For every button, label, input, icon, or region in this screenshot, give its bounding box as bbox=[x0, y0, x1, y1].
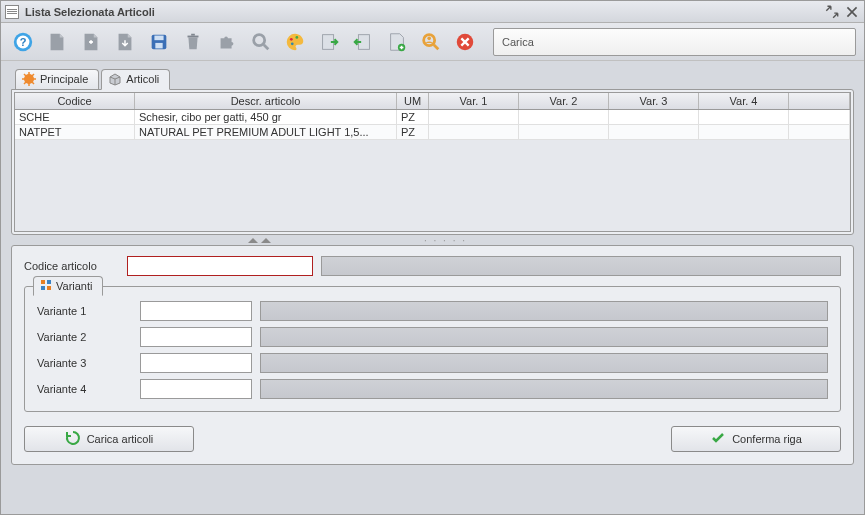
svg-point-16 bbox=[427, 36, 431, 40]
cell-descr: Schesir, cibo per gatti, 450 gr bbox=[135, 110, 397, 124]
titlebar: Lista Selezionata Articoli bbox=[1, 1, 864, 23]
variante4-label: Variante 4 bbox=[37, 383, 132, 395]
variante3-input[interactable] bbox=[140, 353, 252, 373]
toolbar: ? Carica bbox=[1, 23, 864, 61]
variante1-display bbox=[260, 301, 828, 321]
svg-rect-21 bbox=[41, 286, 45, 290]
conferma-riga-label: Conferma riga bbox=[732, 433, 802, 445]
refresh-icon bbox=[65, 430, 81, 448]
variante2-display bbox=[260, 327, 828, 347]
cell-var4 bbox=[699, 110, 789, 124]
variante3-label: Variante 3 bbox=[37, 357, 132, 369]
conferma-riga-button[interactable]: Conferma riga bbox=[671, 426, 841, 452]
svg-rect-7 bbox=[191, 33, 195, 35]
col-var2[interactable]: Var. 2 bbox=[519, 93, 609, 109]
help-icon[interactable]: ? bbox=[9, 28, 37, 56]
articoli-panel: Codice Descr. articolo UM Var. 1 Var. 2 … bbox=[11, 89, 854, 235]
tab-varianti[interactable]: Varianti bbox=[33, 276, 103, 296]
variante3-display bbox=[260, 353, 828, 373]
svg-rect-6 bbox=[188, 35, 199, 37]
carica-articoli-button[interactable]: Carica articoli bbox=[24, 426, 194, 452]
varianti-icon bbox=[40, 279, 52, 293]
carica-articoli-label: Carica articoli bbox=[87, 433, 154, 445]
tab-bar: Principale Articoli bbox=[11, 69, 854, 89]
cell-var1 bbox=[429, 125, 519, 139]
svg-point-10 bbox=[291, 42, 294, 45]
col-var3[interactable]: Var. 3 bbox=[609, 93, 699, 109]
detail-panel: Codice articolo Varianti Variante 1 Vari… bbox=[11, 245, 854, 465]
cell-var4 bbox=[699, 125, 789, 139]
cell-codice: SCHE bbox=[15, 110, 135, 124]
variante4-display bbox=[260, 379, 828, 399]
col-var1[interactable]: Var. 1 bbox=[429, 93, 519, 109]
col-filler bbox=[789, 93, 850, 109]
table-row[interactable]: SCHE Schesir, cibo per gatti, 450 gr PZ bbox=[15, 110, 850, 125]
app-icon bbox=[5, 5, 19, 19]
variante4-input[interactable] bbox=[140, 379, 252, 399]
tab-articoli-label: Articoli bbox=[126, 73, 159, 85]
col-descr[interactable]: Descr. articolo bbox=[135, 93, 397, 109]
svg-point-8 bbox=[254, 34, 265, 45]
splitter[interactable]: · · · · · bbox=[11, 235, 854, 245]
svg-point-15 bbox=[424, 34, 435, 45]
variante2-label: Variante 2 bbox=[37, 331, 132, 343]
svg-rect-19 bbox=[41, 280, 45, 284]
cell-var2 bbox=[519, 125, 609, 139]
variante2-input[interactable] bbox=[140, 327, 252, 347]
varianti-tab-label: Varianti bbox=[56, 280, 92, 292]
col-um[interactable]: UM bbox=[397, 93, 429, 109]
close-icon[interactable] bbox=[844, 5, 860, 19]
varianti-panel: Varianti Variante 1 Variante 2 Variante … bbox=[24, 286, 841, 412]
variante1-input[interactable] bbox=[140, 301, 252, 321]
carica-field[interactable]: Carica bbox=[493, 28, 856, 56]
cell-codice: NATPET bbox=[15, 125, 135, 139]
tab-principale[interactable]: Principale bbox=[15, 69, 99, 89]
cell-filler bbox=[789, 110, 850, 124]
palette-icon[interactable] bbox=[281, 28, 309, 56]
table-row[interactable]: NATPET NATURAL PET PREMIUM ADULT LIGHT 1… bbox=[15, 125, 850, 140]
grid-header: Codice Descr. articolo UM Var. 1 Var. 2 … bbox=[15, 93, 850, 110]
codice-articolo-input[interactable] bbox=[127, 256, 313, 276]
col-var4[interactable]: Var. 4 bbox=[699, 93, 789, 109]
new-doc-plus-icon[interactable] bbox=[77, 28, 105, 56]
svg-point-9 bbox=[290, 37, 293, 40]
cell-var3 bbox=[609, 125, 699, 139]
codice-articolo-label: Codice articolo bbox=[24, 260, 119, 272]
window-title: Lista Selezionata Articoli bbox=[25, 6, 824, 18]
principale-icon bbox=[22, 72, 36, 86]
new-doc-icon[interactable] bbox=[43, 28, 71, 56]
doc-add-icon[interactable] bbox=[383, 28, 411, 56]
svg-rect-5 bbox=[155, 42, 162, 47]
save-icon[interactable] bbox=[145, 28, 173, 56]
variante1-label: Variante 1 bbox=[37, 305, 132, 317]
delete-icon[interactable] bbox=[179, 28, 207, 56]
svg-rect-22 bbox=[47, 286, 51, 290]
export-icon[interactable] bbox=[349, 28, 377, 56]
grid-body[interactable]: SCHE Schesir, cibo per gatti, 450 gr PZ … bbox=[15, 110, 850, 231]
check-icon bbox=[710, 430, 726, 448]
cell-var2 bbox=[519, 110, 609, 124]
cell-filler bbox=[789, 125, 850, 139]
articoli-icon bbox=[108, 72, 122, 86]
tab-principale-label: Principale bbox=[40, 73, 88, 85]
find-user-icon[interactable] bbox=[417, 28, 445, 56]
cell-um: PZ bbox=[397, 125, 429, 139]
app-window: Lista Selezionata Articoli ? Carica bbox=[0, 0, 865, 515]
import-icon[interactable] bbox=[315, 28, 343, 56]
puzzle-icon[interactable] bbox=[213, 28, 241, 56]
svg-point-11 bbox=[295, 36, 298, 39]
articoli-grid: Codice Descr. articolo UM Var. 1 Var. 2 … bbox=[14, 92, 851, 232]
cell-descr: NATURAL PET PREMIUM ADULT LIGHT 1,5... bbox=[135, 125, 397, 139]
tab-articoli[interactable]: Articoli bbox=[101, 69, 170, 90]
search-icon[interactable] bbox=[247, 28, 275, 56]
col-codice[interactable]: Codice bbox=[15, 93, 135, 109]
codice-articolo-display bbox=[321, 256, 841, 276]
svg-rect-20 bbox=[47, 280, 51, 284]
carica-label: Carica bbox=[502, 36, 534, 48]
doc-arrow-icon[interactable] bbox=[111, 28, 139, 56]
svg-text:?: ? bbox=[20, 35, 27, 47]
maximize-icon[interactable] bbox=[824, 5, 840, 19]
cell-um: PZ bbox=[397, 110, 429, 124]
cell-var1 bbox=[429, 110, 519, 124]
cancel-icon[interactable] bbox=[451, 28, 479, 56]
